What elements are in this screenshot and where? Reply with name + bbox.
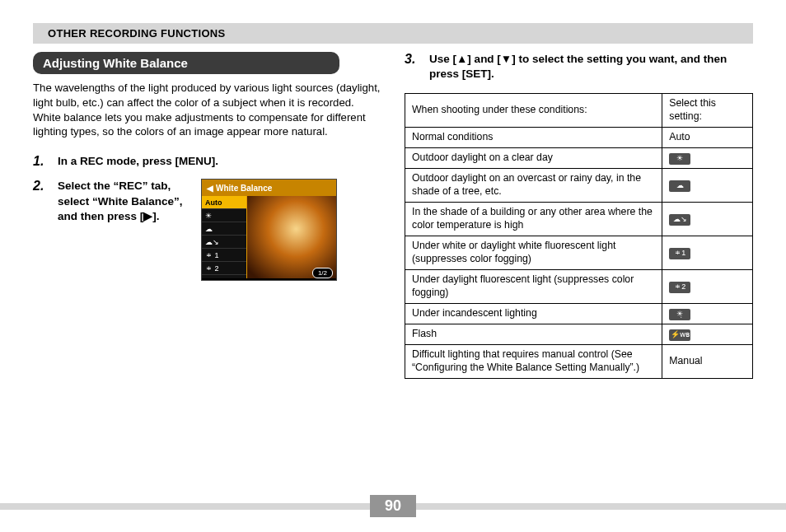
setting-icon: ☁: [669, 180, 690, 192]
condition-cell: Normal conditions: [405, 128, 662, 148]
condition-cell: Under incandescent lighting: [405, 304, 662, 324]
table-header-row: When shooting under these conditions: Se…: [405, 94, 753, 128]
table-row: Under white or daylight white fluorescen…: [405, 236, 753, 270]
left-arrow-icon: ◀: [207, 184, 213, 193]
table-header-condition: When shooting under these conditions:: [405, 94, 662, 128]
setting-icon: ☀̣: [669, 309, 690, 320]
footer-line-right: [416, 503, 786, 510]
setting-cell: ⧧2: [662, 270, 753, 304]
condition-cell: In the shade of a building or any other …: [405, 203, 662, 236]
camera-screenshot: ◀ White Balance Auto ☀ ☁ ☁↘ ⧧ 1: [201, 179, 337, 281]
setting-cell: ☁↘: [662, 203, 753, 236]
step-number: 2.: [33, 179, 49, 281]
setting-icon: ⚡ᴡʙ: [669, 329, 690, 341]
wb-option: ☁: [202, 222, 246, 236]
wb-option: ⧧ 2: [202, 262, 246, 275]
condition-cell: Under white or daylight white fluorescen…: [405, 236, 662, 270]
setting-cell: Auto: [662, 128, 753, 148]
topic-title: Adjusting White Balance: [33, 52, 339, 74]
intro-paragraph: The wavelengths of the light produced by…: [33, 81, 381, 139]
condition-cell: Outdoor daylight on a clear day: [405, 148, 662, 169]
step-text: Use [▲] and [▼] to select the setting yo…: [429, 52, 753, 82]
footer-line-left: [0, 503, 370, 510]
step-3: 3. Use [▲] and [▼] to select the setting…: [405, 52, 753, 82]
step-list: 1. In a REC mode, press [MENU]. 2. Selec…: [33, 154, 381, 281]
page-indicator: 1/2: [312, 268, 333, 278]
wb-settings-table: When shooting under these conditions: Se…: [405, 93, 753, 379]
setting-icon: ⧧2: [669, 282, 690, 293]
setting-cell: ⧧1: [662, 236, 753, 270]
setting-icon: ⧧1: [669, 248, 690, 259]
wb-menu: Auto ☀ ☁ ☁↘ ⧧ 1 ⧧ 2: [202, 196, 247, 278]
condition-cell: Difficult lighting that requires manual …: [405, 345, 662, 379]
table-row: Normal conditionsAuto: [405, 128, 753, 148]
setting-cell: ⚡ᴡʙ: [662, 324, 753, 345]
preview-photo: [247, 196, 336, 278]
setting-cell: ☀: [662, 148, 753, 169]
wb-settings-table-wrap: When shooting under these conditions: Se…: [405, 93, 753, 379]
table-row: Outdoor daylight on an overcast or rainy…: [405, 169, 753, 203]
page-number: 90: [370, 495, 416, 517]
page-footer: 90: [0, 495, 786, 517]
step-2: 2. Select the “REC” tab, select “White B…: [33, 179, 381, 281]
step-number: 1.: [33, 154, 49, 169]
step-number: 3.: [405, 52, 421, 82]
wb-option: ☁↘: [202, 236, 246, 249]
table-header-setting: Select this setting:: [662, 94, 753, 128]
setting-cell: ☀̣: [662, 304, 753, 324]
table-row: Outdoor daylight on a clear day☀: [405, 148, 753, 169]
screenshot-title-bar: ◀ White Balance: [202, 180, 336, 196]
setting-icon: ☁↘: [669, 214, 690, 226]
wb-option-auto: Auto: [202, 196, 246, 209]
step-1: 1. In a REC mode, press [MENU].: [33, 154, 381, 169]
setting-cell: ☁: [662, 169, 753, 203]
table-row: Difficult lighting that requires manual …: [405, 345, 753, 379]
setting-icon: ☀: [669, 153, 690, 165]
table-row: Under daylight fluorescent light (suppre…: [405, 270, 753, 304]
screenshot-title: White Balance: [216, 184, 272, 193]
table-row: Flash⚡ᴡʙ: [405, 324, 753, 345]
condition-cell: Under daylight fluorescent light (suppre…: [405, 270, 662, 304]
content-columns: Adjusting White Balance The wavelengths …: [33, 52, 753, 379]
condition-cell: Flash: [405, 324, 662, 345]
right-column: 3. Use [▲] and [▼] to select the setting…: [405, 52, 753, 379]
table-row: In the shade of a building or any other …: [405, 203, 753, 236]
section-header: OTHER RECORDING FUNCTIONS: [33, 23, 753, 44]
step-text: In a REC mode, press [MENU].: [58, 154, 381, 169]
table-row: Under incandescent lighting☀̣: [405, 304, 753, 324]
setting-cell: Manual: [662, 345, 753, 379]
manual-page: OTHER RECORDING FUNCTIONS Adjusting Whit…: [0, 0, 786, 532]
condition-cell: Outdoor daylight on an overcast or rainy…: [405, 169, 662, 203]
wb-option: ☀: [202, 209, 246, 222]
step-text: Select the “REC” tab, select “White Bala…: [58, 179, 189, 224]
wb-option: ⧧ 1: [202, 249, 246, 262]
left-column: Adjusting White Balance The wavelengths …: [33, 52, 381, 379]
